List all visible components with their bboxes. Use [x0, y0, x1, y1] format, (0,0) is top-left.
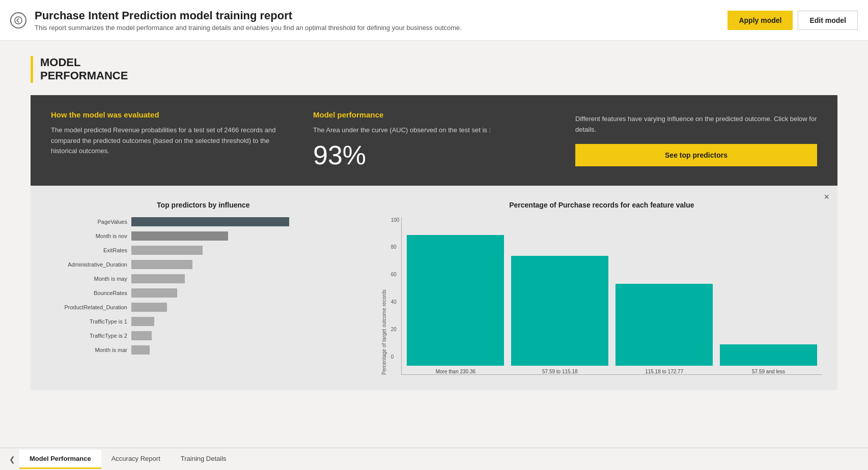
- predictor-row: TrafficType is 1: [46, 317, 361, 326]
- page-title: Purchase Intent Prediction model trainin…: [35, 9, 727, 22]
- bar-fill: [407, 235, 504, 366]
- predictor-bar-wrap: [131, 217, 361, 226]
- page-subtitle: This report summarizes the model perform…: [35, 24, 727, 32]
- bar-x-label: 57.59 and less: [752, 369, 785, 374]
- predictor-label: PageValues: [46, 219, 127, 225]
- close-icon[interactable]: ×: [824, 192, 829, 202]
- section-title-wrap: MODEL PERFORMANCE: [31, 56, 837, 83]
- y-axis-label: 60: [391, 272, 400, 277]
- predictor-row: ExitRates: [46, 246, 361, 255]
- dark-col-performance: Model performance The Area under the cur…: [313, 110, 555, 170]
- predictor-label: Month is may: [46, 276, 127, 282]
- dark-col-evaluation: How the model was evaluated The model pr…: [51, 110, 293, 170]
- apply-model-button[interactable]: Apply model: [727, 11, 793, 30]
- predictor-label: TrafficType is 2: [46, 333, 127, 339]
- performance-text: The Area under the curve (AUC) observed …: [313, 125, 555, 136]
- predictor-bar-wrap: [131, 288, 361, 298]
- tab-training-details[interactable]: Training Details: [171, 450, 237, 469]
- tab-model-performance[interactable]: Model Performance: [19, 450, 101, 469]
- bottom-tabs: ❮ Model PerformanceAccuracy ReportTraini…: [0, 448, 868, 470]
- predictor-bar: [131, 288, 177, 298]
- predictor-bar-wrap: [131, 345, 361, 355]
- bar-fill: [615, 284, 713, 366]
- bar-item: 57.59 and less: [720, 217, 817, 374]
- evaluation-text: The model predicted Revenue probabilitie…: [51, 125, 293, 157]
- predictor-label: Month is mar: [46, 347, 127, 353]
- predictor-label: Administrative_Duration: [46, 261, 127, 268]
- predictor-bar: [131, 274, 185, 283]
- predictor-bar: [131, 345, 150, 355]
- edit-model-button[interactable]: Edit model: [798, 11, 858, 30]
- predictor-bar-wrap: [131, 317, 361, 326]
- bar-x-label: 115.18 to 172.77: [645, 369, 683, 374]
- nav-left-arrow[interactable]: ❮: [5, 453, 19, 465]
- predictor-label: ExitRates: [46, 247, 127, 253]
- header-actions: Apply model Edit model: [727, 11, 858, 30]
- predictor-row: TrafficType is 2: [46, 331, 361, 340]
- predictor-row: PageValues: [46, 217, 361, 226]
- predictor-bar-wrap: [131, 274, 361, 283]
- predictor-bar-wrap: [131, 231, 361, 241]
- performance-title: Model performance: [313, 110, 555, 119]
- see-predictors-button[interactable]: See top predictors: [575, 144, 817, 166]
- svg-point-0: [15, 17, 22, 24]
- bar-fill: [511, 256, 608, 366]
- dark-panel: How the model was evaluated The model pr…: [31, 95, 837, 186]
- bar-x-label: More than 230.36: [436, 369, 475, 374]
- predictor-label: ProductRelated_Duration: [46, 304, 127, 310]
- left-chart-title: Top predictors by influence: [46, 201, 361, 209]
- predictor-bar: [131, 317, 154, 326]
- tab-accuracy-report[interactable]: Accuracy Report: [101, 450, 171, 469]
- predictor-row: Month is may: [46, 274, 361, 283]
- evaluation-title: How the model was evaluated: [51, 110, 293, 119]
- right-chart: Percentage of Purchase records for each …: [381, 201, 822, 375]
- header: Purchase Intent Prediction model trainin…: [0, 0, 868, 41]
- bars-row: More than 230.3657.59 to 115.18115.18 to…: [401, 217, 822, 375]
- back-button[interactable]: [10, 12, 26, 28]
- predictor-row: ProductRelated_Duration: [46, 303, 361, 312]
- header-text: Purchase Intent Prediction model trainin…: [35, 9, 727, 32]
- right-chart-title: Percentage of Purchase records for each …: [381, 201, 822, 209]
- section-title-bar: [31, 56, 33, 83]
- y-axis-label: 40: [391, 299, 400, 305]
- predictor-bar-wrap: [131, 303, 361, 312]
- predictor-bar: [131, 303, 167, 312]
- predictor-bar: [131, 231, 228, 241]
- bar-item: 115.18 to 172.77: [615, 217, 713, 374]
- predictors-text: Different features have varying influenc…: [575, 114, 817, 135]
- predictor-bar: [131, 246, 203, 255]
- predictor-label: BounceRates: [46, 290, 127, 296]
- predictor-bar-wrap: [131, 331, 361, 340]
- y-axis-label: 100: [391, 217, 400, 223]
- predictor-row: Administrative_Duration: [46, 260, 361, 269]
- section-title: MODEL PERFORMANCE: [40, 56, 128, 83]
- left-chart: Top predictors by influence PageValuesMo…: [46, 201, 361, 375]
- tabs-container: Model PerformanceAccuracy ReportTraining…: [19, 450, 237, 469]
- y-axis-label: 80: [391, 244, 400, 250]
- main-content: MODEL PERFORMANCE How the model was eval…: [0, 41, 868, 448]
- predictor-row: BounceRates: [46, 288, 361, 298]
- predictor-bar: [131, 217, 289, 226]
- bar-item: 57.59 to 115.18: [511, 217, 608, 374]
- bar-item: More than 230.36: [407, 217, 504, 374]
- predictor-row: Month is mar: [46, 345, 361, 355]
- predictor-bar-wrap: [131, 246, 361, 255]
- bar-x-label: 57.59 to 115.18: [542, 369, 578, 374]
- bar-fill: [720, 344, 817, 366]
- chart-panel: × Top predictors by influence PageValues…: [31, 186, 837, 390]
- predictor-bar-wrap: [131, 260, 361, 269]
- y-axis-label: 20: [391, 327, 400, 332]
- predictor-label: TrafficType is 1: [46, 318, 127, 325]
- bars-wrapper: More than 230.3657.59 to 115.18115.18 to…: [401, 217, 822, 375]
- predictor-row: Month is nov: [46, 231, 361, 241]
- y-axis-label: 0: [391, 354, 400, 360]
- predictor-bar: [131, 260, 192, 269]
- auc-value: 93%: [313, 140, 555, 170]
- dark-col-predictors: Different features have varying influenc…: [575, 110, 817, 170]
- predictor-chart: PageValuesMonth is novExitRatesAdministr…: [46, 217, 361, 355]
- y-axis-title: Percentage of target outcome records: [381, 217, 387, 375]
- predictor-label: Month is nov: [46, 233, 127, 239]
- charts-container: Top predictors by influence PageValuesMo…: [46, 201, 822, 375]
- predictor-bar: [131, 331, 152, 340]
- y-axis-labels: 100806040200: [389, 217, 402, 375]
